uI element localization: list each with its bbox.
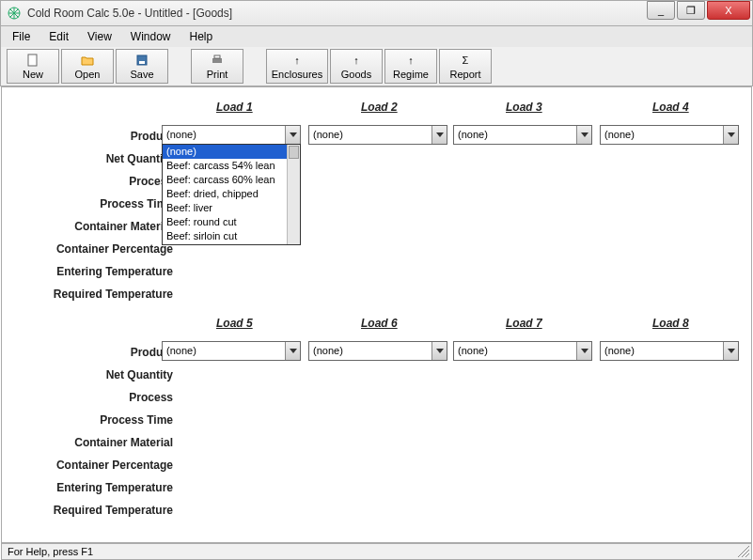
label-product: Product <box>2 125 180 148</box>
resize-grip[interactable] <box>738 546 749 557</box>
status-text: For Help, press F1 <box>8 546 93 557</box>
sigma-icon: Σ <box>463 54 469 68</box>
dropdown-item[interactable]: (none) <box>163 145 300 159</box>
scrollbar[interactable] <box>287 145 300 244</box>
dropdown-item[interactable]: Beef: liver <box>163 201 300 215</box>
statusbar: For Help, press F1 <box>1 543 752 560</box>
header-load4: Load 4 <box>652 101 689 114</box>
label-contmat: Container Material <box>2 431 180 454</box>
combo-load6-product[interactable]: (none) <box>308 341 447 361</box>
row-labels-top: Product Net Quantity Process Process Tim… <box>2 125 180 305</box>
chevron-down-icon <box>576 126 591 144</box>
chevron-down-icon <box>285 342 300 360</box>
menu-edit[interactable]: Edit <box>41 28 76 45</box>
dropdown-item[interactable]: Beef: dried, chipped <box>163 187 300 201</box>
label-proctime: Process Time <box>2 409 180 431</box>
header-load6: Load 6 <box>361 317 398 330</box>
header-load1: Load 1 <box>216 101 253 114</box>
up-arrow-icon: ↑ <box>408 54 414 68</box>
minimize-button[interactable]: _ <box>647 1 675 20</box>
menu-file[interactable]: File <box>5 28 38 45</box>
label-contpct: Container Percentage <box>2 454 180 476</box>
scroll-thumb[interactable] <box>289 146 299 159</box>
toolbar-print[interactable]: Print <box>191 49 243 84</box>
toolbar-open[interactable]: Open <box>61 49 114 84</box>
maximize-button[interactable]: ❐ <box>677 1 705 20</box>
combo-load5-product[interactable]: (none) <box>162 341 301 361</box>
window-title: Cold Room Calc 5.0e - Untitled - [Goods] <box>27 7 746 20</box>
combo-load8-product[interactable]: (none) <box>600 341 739 361</box>
label-enttemp: Entering Temperature <box>2 476 180 499</box>
toolbar-save[interactable]: Save <box>116 49 168 84</box>
app-icon <box>7 6 22 21</box>
label-enttemp: Entering Temperature <box>2 260 180 283</box>
label-contmat: Container Material <box>2 215 180 238</box>
print-icon <box>211 54 224 68</box>
combo-load1-product[interactable]: (none) <box>162 125 301 145</box>
label-contpct: Container Percentage <box>2 238 180 260</box>
combo-load2-product[interactable]: (none) <box>308 125 447 145</box>
label-reqtemp: Required Temperature <box>2 499 180 521</box>
label-netqty: Net Quantity <box>2 148 180 170</box>
dropdown-item[interactable]: Beef: sirloin cut <box>163 229 300 243</box>
menubar: File Edit View Window Help <box>0 26 753 47</box>
header-load2: Load 2 <box>361 101 398 114</box>
label-product: Product <box>2 341 180 364</box>
window-controls: _ ❐ X <box>647 1 750 20</box>
titlebar: Cold Room Calc 5.0e - Untitled - [Goods]… <box>0 0 753 26</box>
dropdown-item[interactable]: Beef: round cut <box>163 215 300 229</box>
label-netqty: Net Quantity <box>2 364 180 386</box>
combo-load7-product[interactable]: (none) <box>453 341 592 361</box>
chevron-down-icon <box>431 126 447 144</box>
header-load7: Load 7 <box>506 317 542 330</box>
toolbar-enclosures[interactable]: ↑Enclosures <box>266 49 328 84</box>
close-button[interactable]: X <box>707 1 750 20</box>
toolbar-new[interactable]: New <box>7 49 59 84</box>
dropdown-load1-product[interactable]: (none) Beef: carcass 54% lean Beef: carc… <box>162 144 301 245</box>
label-process: Process <box>2 386 180 409</box>
svg-rect-5 <box>214 55 220 58</box>
client-area: Load 1 Load 2 Load 3 Load 4 Product Net … <box>1 86 752 543</box>
label-process: Process <box>2 170 180 193</box>
toolbar-report[interactable]: ΣReport <box>439 49 492 84</box>
toolbar-goods[interactable]: ↑Goods <box>330 49 383 84</box>
up-arrow-icon: ↑ <box>353 54 359 68</box>
combo-load3-product[interactable]: (none) <box>453 125 592 145</box>
header-load3: Load 3 <box>506 101 542 114</box>
toolbar-regime[interactable]: ↑Regime <box>384 49 437 84</box>
save-icon <box>135 54 149 68</box>
dropdown-item[interactable]: Beef: veal, lean <box>163 243 300 245</box>
chevron-down-icon <box>285 126 300 144</box>
dropdown-item[interactable]: Beef: carcass 54% lean <box>163 159 300 173</box>
menu-window[interactable]: Window <box>123 28 179 45</box>
chevron-down-icon <box>576 342 591 360</box>
svg-rect-1 <box>28 54 37 66</box>
svg-rect-4 <box>212 58 222 63</box>
menu-help[interactable]: Help <box>182 28 221 45</box>
header-load8: Load 8 <box>652 317 689 330</box>
chevron-down-icon <box>723 342 738 360</box>
menu-view[interactable]: View <box>80 28 119 45</box>
label-proctime: Process Time <box>2 193 180 215</box>
label-reqtemp: Required Temperature <box>2 283 180 305</box>
chevron-down-icon <box>723 126 738 144</box>
header-load5: Load 5 <box>216 317 253 330</box>
row-labels-bottom: Product Net Quantity Process Process Tim… <box>2 341 180 521</box>
svg-rect-3 <box>139 61 145 64</box>
open-icon <box>81 54 94 68</box>
new-icon <box>26 54 39 68</box>
toolbar: New Open Save Print ↑Enclosures ↑Goods ↑… <box>0 47 753 86</box>
combo-load4-product[interactable]: (none) <box>600 125 739 145</box>
up-arrow-icon: ↑ <box>294 54 300 68</box>
dropdown-item[interactable]: Beef: carcass 60% lean <box>163 173 300 187</box>
chevron-down-icon <box>431 342 447 360</box>
